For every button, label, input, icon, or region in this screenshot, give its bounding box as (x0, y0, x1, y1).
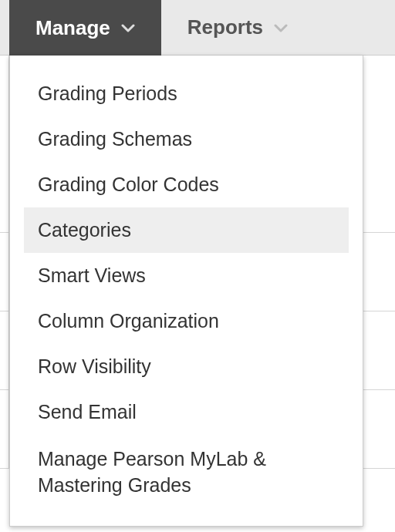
reports-tab-label: Reports (187, 15, 263, 39)
menu-item-manage-pearson[interactable]: Manage Pearson MyLab & Mastering Grades (24, 435, 349, 510)
content-area: Grading Periods Grading Schemas Grading … (0, 56, 395, 532)
bg-left-cell (0, 311, 9, 389)
menu-item-send-email[interactable]: Send Email (24, 389, 349, 435)
top-tab-bar: Manage Reports (0, 0, 395, 56)
menu-item-label: Manage Pearson MyLab & Mastering Grades (38, 448, 266, 496)
menu-item-column-organization[interactable]: Column Organization (24, 298, 349, 344)
reports-tab[interactable]: Reports (161, 0, 395, 56)
menu-item-grading-schemas[interactable]: Grading Schemas (24, 116, 349, 162)
manage-tab-label: Manage (35, 16, 110, 40)
manage-dropdown-menu: Grading Periods Grading Schemas Grading … (9, 56, 363, 527)
menu-item-label: Row Visibility (38, 355, 151, 377)
menu-item-label: Categories (38, 219, 131, 241)
tab-bar-left-spacer (0, 0, 9, 56)
chevron-down-icon (274, 23, 288, 32)
menu-item-label: Column Organization (38, 310, 219, 332)
menu-item-label: Grading Color Codes (38, 173, 219, 195)
menu-item-row-visibility[interactable]: Row Visibility (24, 344, 349, 389)
manage-tab[interactable]: Manage (9, 0, 161, 56)
menu-item-label: Grading Periods (38, 82, 177, 104)
bg-left-cell (0, 390, 9, 468)
chevron-down-icon (121, 23, 135, 32)
menu-item-label: Smart Views (38, 264, 146, 286)
menu-inner: Grading Periods Grading Schemas Grading … (10, 56, 363, 526)
menu-item-grading-color-codes[interactable]: Grading Color Codes (24, 162, 349, 207)
bg-left-cell (0, 56, 9, 232)
menu-item-categories[interactable]: Categories (24, 207, 349, 253)
menu-item-smart-views[interactable]: Smart Views (24, 253, 349, 298)
menu-item-label: Grading Schemas (38, 128, 192, 150)
menu-item-grading-periods[interactable]: Grading Periods (24, 71, 349, 116)
bg-left-cell (0, 233, 9, 311)
menu-item-label: Send Email (38, 401, 137, 423)
